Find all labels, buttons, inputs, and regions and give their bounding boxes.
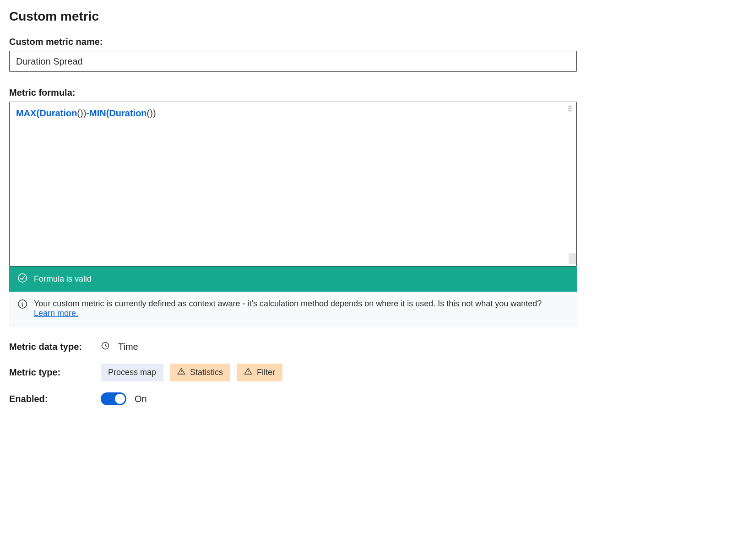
svg-point-1 bbox=[18, 274, 27, 282]
formula-token-fn: MAX bbox=[16, 108, 36, 118]
formula-token-fn: MIN bbox=[89, 108, 106, 118]
info-icon bbox=[17, 299, 27, 311]
scrollbar-thumb[interactable] bbox=[569, 253, 576, 264]
formula-token-ident: Duration bbox=[39, 108, 77, 118]
metric-name-input[interactable] bbox=[9, 51, 577, 72]
chip-label: Statistics bbox=[190, 368, 223, 377]
chip-label: Filter bbox=[257, 368, 275, 377]
data-type-value: Time bbox=[118, 342, 138, 352]
formula-token-ident: Duration bbox=[109, 108, 146, 118]
warning-icon bbox=[177, 367, 185, 378]
metric-type-chip-statistics[interactable]: Statistics bbox=[170, 364, 230, 381]
chip-label: Process map bbox=[108, 368, 156, 377]
metric-type-label: Metric type: bbox=[9, 367, 101, 378]
svg-point-7 bbox=[181, 373, 181, 373]
info-text: Your custom metric is currently defined … bbox=[34, 299, 542, 308]
validation-text: Formula is valid bbox=[34, 274, 92, 284]
learn-more-link[interactable]: Learn more. bbox=[34, 309, 78, 318]
metric-name-label: Custom metric name: bbox=[9, 37, 745, 47]
warning-icon bbox=[244, 367, 252, 378]
svg-point-4 bbox=[22, 302, 22, 302]
enabled-label: Enabled: bbox=[9, 394, 101, 404]
formula-token-op: - bbox=[86, 108, 89, 118]
resize-handle-icon[interactable] bbox=[566, 105, 574, 112]
page-title: Custom metric bbox=[9, 9, 745, 24]
info-banner: Your custom metric is currently defined … bbox=[9, 292, 577, 327]
validation-banner: Formula is valid bbox=[9, 266, 577, 292]
toggle-knob bbox=[115, 394, 125, 404]
formula-label: Metric formula: bbox=[9, 87, 745, 98]
formula-token-paren: () bbox=[147, 108, 153, 118]
enabled-toggle[interactable] bbox=[101, 392, 126, 405]
data-type-label: Metric data type: bbox=[9, 342, 101, 352]
formula-token-paren: () bbox=[77, 108, 83, 118]
enabled-status: On bbox=[135, 394, 147, 404]
metric-type-chip-filter[interactable]: Filter bbox=[237, 364, 282, 381]
check-circle-icon bbox=[17, 273, 27, 285]
formula-editor[interactable]: MAX(Duration())-MIN(Duration()) bbox=[9, 102, 577, 266]
metric-type-chip-process-map[interactable]: Process map bbox=[101, 364, 163, 381]
svg-point-9 bbox=[248, 373, 248, 373]
clock-icon bbox=[101, 341, 110, 353]
formula-token-paren: ) bbox=[153, 108, 156, 118]
